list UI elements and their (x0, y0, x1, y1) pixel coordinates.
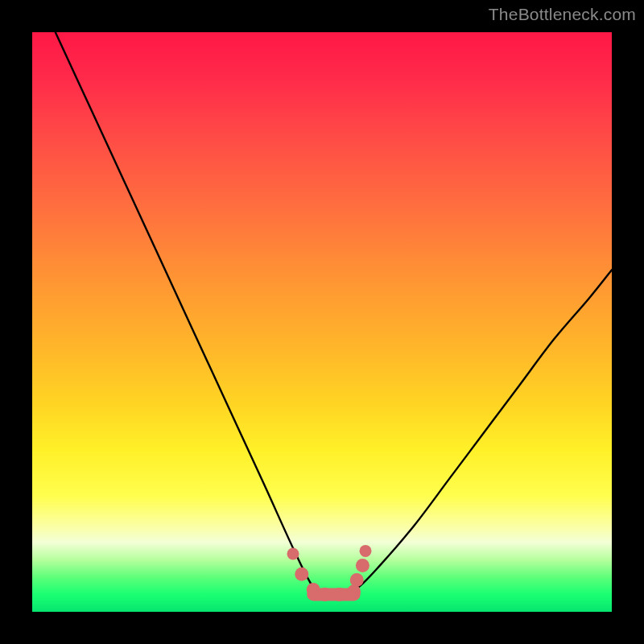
curve-group (56, 32, 612, 596)
highlight-point (318, 588, 332, 601)
highlight-point (332, 588, 346, 601)
marker-group (287, 545, 372, 601)
plot-area (32, 32, 612, 612)
highlight-point (287, 548, 299, 560)
highlight-point (350, 573, 364, 587)
highlight-point (356, 559, 369, 572)
chart-svg (32, 32, 612, 612)
bottleneck-curve-path (56, 32, 612, 596)
chart-frame: TheBottleneck.com (0, 0, 644, 644)
watermark-label: TheBottleneck.com (489, 5, 636, 24)
highlight-point (295, 568, 308, 581)
highlight-point (347, 584, 361, 598)
highlight-point (360, 545, 372, 557)
